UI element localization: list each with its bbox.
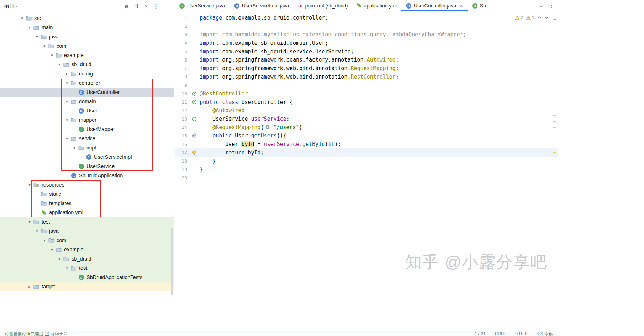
code-line-9[interactable]: 9	[175, 81, 558, 90]
tree-item-example[interactable]: ▾example	[0, 245, 174, 254]
spring-bean-icon[interactable]	[189, 117, 200, 121]
indent-style[interactable]: 4 个空格	[537, 331, 553, 336]
tree-item-impl[interactable]: ▾impl	[0, 143, 174, 152]
warnings-badge[interactable]: 2	[515, 15, 523, 20]
caret-position[interactable]: 17:21	[475, 331, 486, 336]
lightbulb-icon[interactable]	[189, 150, 200, 155]
code-line-15[interactable]: 15 public User getUsers(){	[175, 132, 558, 140]
tree-item-config[interactable]: ▸config	[0, 69, 174, 78]
tree-item-UserController[interactable]: CUserController	[0, 88, 174, 97]
chevron-open-icon[interactable]: ▾	[49, 53, 55, 58]
line-separator[interactable]: CRLF	[495, 331, 506, 336]
code-line-3[interactable]: 3import com.baomidou.mybatisplus.extensi…	[175, 30, 558, 39]
endpoint-globe-icon[interactable]	[189, 133, 200, 138]
tree-item-target[interactable]: ▸target	[0, 282, 174, 291]
locate-icon[interactable]: ⊕	[124, 4, 129, 9]
tree-item-templates[interactable]: templates	[0, 199, 174, 208]
chevron-open-icon[interactable]: ▾	[64, 136, 70, 141]
tab-close-icon[interactable]: ×	[460, 2, 463, 9]
tree-item-domain[interactable]: ▾domain	[0, 97, 174, 106]
chevron-open-icon[interactable]: ▾	[34, 35, 40, 39]
code-line-7[interactable]: 7import org.springframework.web.bind.ann…	[175, 64, 558, 73]
tab-application.yml[interactable]: application.yml	[352, 0, 401, 11]
chevron-open-icon[interactable]: ▾	[56, 257, 63, 261]
tree-item-java[interactable]: ▾java	[0, 32, 174, 41]
chevron-open-icon[interactable]: ▾	[64, 99, 70, 104]
expand-collapse-icon[interactable]: ⇅	[134, 4, 139, 9]
tree-item-SbDruidApplication[interactable]: CSbDruidApplication	[0, 171, 174, 180]
tab-overflow-chevron-icon[interactable]	[539, 2, 543, 9]
code-line-10[interactable]: 10@RestController	[175, 89, 558, 98]
tab-options-kebab-icon[interactable]: ⋮	[549, 2, 554, 9]
tab-UserService.java[interactable]: IUserService.java	[175, 0, 229, 11]
tree-item-example[interactable]: ▾example	[0, 51, 174, 60]
tree-item-service[interactable]: ▾service	[0, 134, 174, 143]
tree-item-main[interactable]: ▾main	[0, 23, 174, 32]
code-line-12[interactable]: 12 @Autowired	[175, 106, 558, 115]
tree-item-UserMapper[interactable]: IUserMapper	[0, 125, 174, 134]
code-line-14[interactable]: 14 @RequestMapping(▾"/users")	[175, 123, 558, 132]
previous-problem-icon[interactable]	[538, 16, 542, 19]
code-line-13[interactable]: 13 UserService userService;	[175, 115, 558, 123]
tree-item-resources[interactable]: ▾resources	[0, 180, 174, 189]
code-line-1[interactable]: 1package com.example.sb_druid.controller…	[175, 14, 558, 22]
chevron-open-icon[interactable]: ▾	[26, 220, 33, 224]
tree-item-test[interactable]: ▾test	[0, 217, 174, 226]
tree-item-SbDruidApplicationTests[interactable]: CSbDruidApplicationTests	[0, 273, 174, 282]
tree-item-User[interactable]: CUser	[0, 106, 174, 115]
code-line-11[interactable]: 11public class UserController {	[175, 98, 558, 106]
chevron-open-icon[interactable]: ▾	[56, 62, 63, 67]
code-line-20[interactable]: 20	[175, 174, 558, 182]
chevron-open-icon[interactable]: ▾	[49, 247, 55, 252]
tree-item-com[interactable]: ▾com	[0, 236, 174, 245]
chevron-open-icon[interactable]: ▾	[64, 81, 70, 85]
spring-bean-icon[interactable]	[189, 91, 200, 96]
more-options-icon[interactable]: ⋮	[153, 4, 159, 9]
code-line-2[interactable]: 2	[175, 22, 558, 31]
url-inlay-globe-icon[interactable]: ▾	[265, 125, 272, 129]
collapse-all-icon[interactable]: ×	[144, 4, 148, 9]
hide-panel-icon[interactable]: —	[164, 4, 170, 9]
chevron-open-icon[interactable]: ▾	[26, 25, 33, 30]
code-line-16[interactable]: 16 User byId = userService.getById(1L);	[175, 140, 558, 148]
tree-item-mapper[interactable]: ▾mapper	[0, 115, 174, 125]
tree-item-UserService[interactable]: IUserService	[0, 162, 174, 171]
tree-item-UserServiceImpl[interactable]: CUserServiceImpl	[0, 152, 174, 162]
tree-item-controller[interactable]: ▾controller	[0, 78, 174, 88]
tree-item-static[interactable]: static	[0, 189, 174, 199]
tab-UserController.java[interactable]: CUserController.java×	[401, 0, 468, 11]
tree-item-src[interactable]: ▾src	[0, 14, 174, 23]
file-encoding[interactable]: UTF-8	[515, 331, 527, 336]
chevron-open-icon[interactable]: ▾	[41, 44, 48, 48]
weak-warnings-badge[interactable]: 1	[526, 15, 534, 20]
chevron-open-icon[interactable]: ▾	[19, 16, 25, 21]
chevron-closed-icon[interactable]: ▸	[64, 72, 70, 76]
code-line-18[interactable]: 18 }	[175, 157, 558, 166]
spring-bean-icon[interactable]	[189, 100, 200, 104]
tree-item-java[interactable]: ▾java	[0, 226, 174, 236]
code-line-19[interactable]: 19}	[175, 165, 558, 174]
tree-item-com[interactable]: ▾com	[0, 41, 174, 51]
code-line-17[interactable]: 17 return byId;	[175, 148, 558, 157]
chevron-open-icon[interactable]: ▾	[41, 238, 48, 243]
tab-UserServiceImpl.java[interactable]: CUserServiceImpl.java	[229, 0, 294, 11]
code-line-6[interactable]: 6import org.springframework.beans.factor…	[175, 56, 558, 64]
tree-item-test[interactable]: ▾test	[0, 263, 174, 273]
tab-pom.xml-sb-druid-[interactable]: mpom.xml (sb_druid)	[294, 0, 352, 11]
tree-item-application.yml[interactable]: application.yml	[0, 208, 174, 217]
next-problem-icon[interactable]	[545, 16, 549, 19]
project-panel-title[interactable]: 项目 ▾	[4, 3, 18, 9]
code-line-4[interactable]: 4import com.example.sb_druid.domain.User…	[175, 39, 558, 47]
code-line-5[interactable]: 5import com.example.sb_druid.service.Use…	[175, 47, 558, 56]
project-tree-scrollbar[interactable]	[171, 228, 173, 295]
chevron-open-icon[interactable]: ▾	[34, 229, 40, 233]
tree-item-sb_druid[interactable]: ▾sb_druid	[0, 60, 174, 69]
chevron-open-icon[interactable]: ▾	[26, 183, 33, 187]
chevron-open-icon[interactable]: ▾	[64, 118, 70, 122]
tree-item-sb_druid[interactable]: ▾sb_druid	[0, 254, 174, 263]
chevron-closed-icon[interactable]: ▸	[26, 284, 33, 289]
code-line-8[interactable]: 8import org.springframework.web.bind.ann…	[175, 73, 558, 81]
tab-Sb[interactable]: CSb	[468, 0, 491, 11]
chevron-open-icon[interactable]: ▾	[64, 266, 70, 271]
chevron-open-icon[interactable]: ▾	[71, 146, 78, 150]
